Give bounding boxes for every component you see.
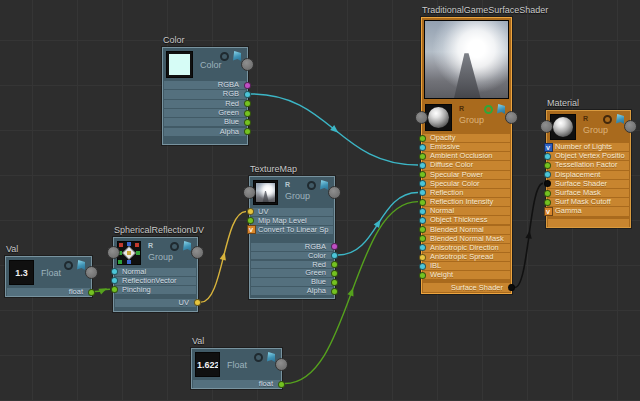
group-connector[interactable] [540, 120, 553, 133]
input-port[interactable] [419, 254, 426, 261]
output-port[interactable] [244, 128, 251, 135]
output-port[interactable] [331, 288, 338, 295]
output-port[interactable] [194, 299, 201, 306]
preview-toggle-icon[interactable] [484, 105, 493, 114]
input-port[interactable] [419, 217, 426, 224]
input-port[interactable] [419, 171, 426, 178]
output-port-row[interactable]: float [193, 380, 280, 388]
input-port[interactable] [544, 162, 551, 169]
input-port-row[interactable]: Mip Map Level [251, 217, 333, 225]
group-connector[interactable] [275, 358, 288, 371]
input-port-row[interactable]: Specular Power [423, 171, 510, 179]
input-port[interactable] [544, 180, 551, 187]
group-connector[interactable] [415, 111, 428, 124]
input-port-row[interactable]: Reflection [423, 189, 510, 197]
output-port[interactable] [88, 289, 95, 296]
value-preview[interactable]: 1.622656 [195, 352, 220, 377]
input-port[interactable] [419, 244, 426, 251]
input-port-row[interactable]: IBL [423, 262, 510, 270]
input-port-row[interactable]: Reflection Intensity [423, 198, 510, 206]
output-port-row[interactable]: float [7, 288, 90, 296]
input-port[interactable] [544, 190, 551, 197]
node-material[interactable]: RGroupVNumber of LightsObject Vertex Pos… [546, 110, 631, 228]
preview-toggle-icon[interactable] [220, 52, 229, 61]
group-connector[interactable] [241, 58, 254, 71]
wire[interactable] [95, 289, 110, 291]
value-toggle-icon[interactable]: V [247, 225, 256, 234]
input-port[interactable] [544, 153, 551, 160]
output-port-row[interactable]: RGB [164, 90, 246, 98]
input-port[interactable] [419, 162, 426, 169]
input-port-row[interactable]: Specular Color [423, 180, 510, 188]
output-port-row[interactable]: Red [251, 261, 333, 269]
input-port-row[interactable]: Weight [423, 271, 510, 279]
output-port-row[interactable]: Green [251, 269, 333, 277]
input-port[interactable] [111, 286, 118, 293]
input-port-row[interactable]: Ambient Occlusion [423, 152, 510, 160]
output-port[interactable] [331, 252, 338, 259]
wire[interactable] [251, 94, 418, 165]
output-port[interactable] [331, 243, 338, 250]
input-port[interactable] [111, 277, 118, 284]
node-color[interactable]: ColorRGBARGBRedGreenBlueAlpha [162, 47, 248, 145]
input-port[interactable] [419, 235, 426, 242]
input-port-row[interactable]: Anisotropic Direction [423, 244, 510, 252]
output-port[interactable] [331, 261, 338, 268]
output-port-row[interactable]: Green [164, 109, 246, 117]
node-sphrefluv[interactable]: RGroupNormalReflectionVectorPinchingUV [113, 237, 198, 312]
preview-toggle-icon[interactable] [307, 181, 316, 190]
flag-icon[interactable] [77, 260, 85, 270]
output-port[interactable] [508, 284, 515, 291]
preview-toggle-icon[interactable] [64, 261, 73, 270]
preview-toggle-icon[interactable] [170, 242, 179, 251]
input-port-row[interactable]: Pinching [115, 286, 196, 294]
node-header[interactable]: RGroup [250, 177, 334, 208]
group-connector[interactable] [624, 120, 637, 133]
input-port[interactable] [544, 199, 551, 206]
node-texturemap[interactable]: RGroupUVMip Map LevelVConvert To Linear … [249, 176, 335, 299]
flag-icon[interactable] [183, 241, 191, 251]
node-header[interactable]: RGroup [114, 238, 197, 268]
flag-icon[interactable] [320, 180, 328, 190]
output-port[interactable] [331, 279, 338, 286]
wire[interactable] [515, 183, 543, 287]
output-port[interactable] [244, 100, 251, 107]
group-connector[interactable] [505, 111, 518, 124]
output-port[interactable] [244, 82, 251, 89]
node-graph-canvas[interactable]: ColorColorRGBARGBRedGreenBlueAlphaTextur… [0, 0, 640, 401]
value-toggle-icon[interactable]: V [544, 143, 553, 152]
input-port-row[interactable]: ReflectionVector [115, 277, 196, 285]
node-header[interactable]: RGroup [422, 101, 511, 134]
input-port-row[interactable]: UV [251, 208, 333, 216]
color-swatch[interactable] [169, 54, 190, 75]
input-port[interactable] [419, 180, 426, 187]
input-port[interactable] [419, 272, 426, 279]
value-field[interactable]: 1.3 [11, 262, 32, 283]
node-header[interactable]: 1.622656Float [192, 349, 281, 380]
group-connector[interactable] [328, 186, 341, 199]
input-port-row[interactable]: Surface Mask [548, 189, 629, 197]
output-port[interactable] [244, 110, 251, 117]
input-port-row[interactable]: VConvert To Linear Sp [251, 226, 333, 234]
node-header[interactable]: 1.3Float [6, 257, 91, 288]
input-port[interactable] [247, 217, 254, 224]
group-connector[interactable] [85, 266, 98, 279]
wire[interactable] [338, 192, 418, 255]
node-val1[interactable]: 1.3Floatfloat [5, 256, 92, 297]
wire[interactable] [201, 211, 246, 302]
output-port-row[interactable]: RGBA [251, 243, 333, 251]
node-val2[interactable]: 1.622656Floatfloat [191, 348, 282, 389]
group-connector[interactable] [243, 186, 256, 199]
value-toggle-icon[interactable]: V [544, 207, 553, 216]
node-header[interactable]: Color [163, 48, 247, 81]
input-port-row[interactable]: Diffuse Color [423, 161, 510, 169]
group-connector[interactable] [191, 246, 204, 259]
group-connector[interactable] [107, 246, 120, 259]
output-port[interactable] [244, 119, 251, 126]
input-port[interactable] [419, 199, 426, 206]
output-port-row[interactable]: UV [115, 299, 196, 307]
input-port-row[interactable]: Anisotropic Spread [423, 253, 510, 261]
input-port-row[interactable]: Object Vertex Positio [548, 152, 629, 160]
input-port-row[interactable]: VNumber of Lights [548, 143, 629, 151]
input-port[interactable] [247, 208, 254, 215]
